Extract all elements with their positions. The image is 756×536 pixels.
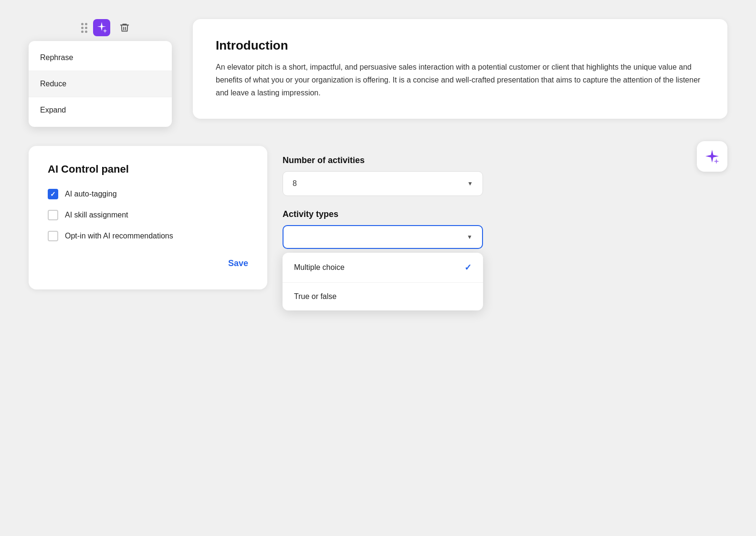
checkbox-auto-tagging-label: AI auto-tagging [65, 190, 117, 198]
sparkle-large-icon [704, 148, 721, 165]
drag-handle-icon[interactable] [81, 23, 87, 33]
rephrase-menu-item-reduce[interactable]: Reduce [29, 71, 172, 97]
checkbox-opt-in-box[interactable] [48, 231, 58, 241]
introduction-card: Introduction An elevator pitch is a shor… [193, 19, 727, 119]
dropdown-arrow-icon: ▼ [467, 180, 473, 187]
checkbox-skill-assignment-box[interactable] [48, 210, 58, 220]
dropdown-option-multiple-choice-label: Multiple choice [294, 263, 345, 272]
number-of-activities-label: Number of activities [283, 155, 727, 165]
dropdown-option-multiple-choice-check: ✓ [464, 262, 472, 273]
checkbox-skill-assignment-label: AI skill assignment [65, 211, 128, 219]
ai-sparkle-toolbar-button[interactable] [93, 19, 110, 36]
checkbox-auto-tagging-box[interactable] [48, 189, 58, 199]
dropdown-option-multiple-choice[interactable]: Multiple choice ✓ [283, 253, 483, 283]
ai-control-panel: AI Control panel AI auto-tagging AI skil… [29, 146, 267, 289]
sparkle-icon [95, 21, 108, 34]
trash-icon [119, 22, 130, 33]
rephrase-menu-item-rephrase[interactable]: Rephrase [29, 45, 172, 71]
delete-button[interactable] [116, 19, 133, 36]
checkbox-skill-assignment[interactable]: AI skill assignment [48, 210, 248, 220]
number-of-activities-value: 8 [293, 179, 297, 188]
rephrase-menu: Rephrase Reduce Expand [29, 41, 172, 127]
rephrase-menu-item-expand[interactable]: Expand [29, 97, 172, 123]
intro-title: Introduction [216, 38, 704, 53]
checkbox-opt-in-label: Opt-in with AI recommendations [65, 232, 173, 240]
ai-control-panel-title: AI Control panel [48, 163, 248, 175]
ai-sparkle-activities-button[interactable] [697, 141, 727, 172]
activity-types-dropdown-menu: Multiple choice ✓ True or false [283, 253, 483, 310]
dropdown-option-true-or-false-label: True or false [294, 292, 336, 301]
activities-panel: Number of activities 8 ▼ Activity types … [283, 146, 727, 310]
activity-types-label: Activity types [283, 209, 727, 219]
save-button[interactable]: Save [228, 255, 248, 272]
dropdown-option-true-or-false[interactable]: True or false [283, 283, 483, 310]
activity-types-arrow-icon: ▼ [467, 234, 472, 240]
intro-body: An elevator pitch is a short, impactful,… [216, 61, 704, 100]
checkbox-auto-tagging[interactable]: AI auto-tagging [48, 189, 248, 199]
checkbox-opt-in[interactable]: Opt-in with AI recommendations [48, 231, 248, 241]
number-of-activities-dropdown[interactable]: 8 ▼ [283, 171, 483, 196]
activity-types-dropdown[interactable]: ▼ [283, 225, 483, 249]
